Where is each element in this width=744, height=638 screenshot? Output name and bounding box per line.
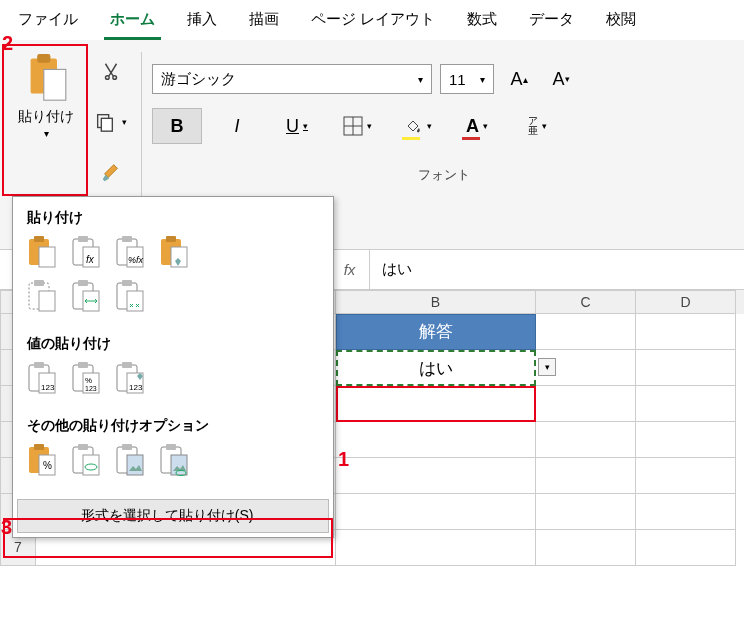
paste-formulas-number-icon[interactable]: %fx [115,235,145,273]
svg-text:fx: fx [86,254,95,265]
fx-icon[interactable]: fx [330,250,370,289]
paste-transpose-icon[interactable] [115,279,145,317]
svg-text:123: 123 [41,383,55,392]
chevron-down-icon: ▾ [44,128,49,139]
paste-source-formatting-icon[interactable] [159,235,189,273]
cell[interactable] [536,494,636,530]
bold-button[interactable]: B [152,108,202,144]
paste-label: 貼り付け [18,108,74,126]
paste-all-icon[interactable] [27,235,57,273]
tab-review[interactable]: 校閲 [600,6,642,40]
cell[interactable] [536,386,636,422]
annotation-3: 3 [1,516,12,539]
svg-rect-54 [127,455,143,475]
cell-b-selected[interactable] [336,386,536,422]
cut-button[interactable] [100,54,122,90]
cell[interactable] [536,530,636,566]
svg-rect-36 [78,362,88,368]
svg-text:%: % [43,460,52,471]
svg-rect-45 [34,444,44,450]
svg-rect-4 [101,118,112,131]
svg-rect-10 [39,247,55,267]
phonetic-button[interactable]: ア亜▾ [512,108,562,144]
svg-rect-12 [78,236,88,242]
underline-button[interactable]: U▾ [272,108,322,144]
paste-icon [24,54,68,102]
cell[interactable] [636,350,736,386]
decrease-font-button[interactable]: A▾ [544,64,578,94]
cell[interactable] [536,422,636,458]
paste-values-number-icon[interactable]: %123 [71,361,101,399]
copy-button[interactable]: ▾ [94,104,127,140]
tab-insert[interactable]: 挿入 [181,6,223,40]
border-button[interactable]: ▾ [332,108,382,144]
svg-rect-30 [127,291,143,311]
cell[interactable] [636,530,736,566]
tab-home[interactable]: ホーム [104,6,161,40]
font-name-select[interactable]: 游ゴシック▾ [152,64,432,94]
svg-rect-29 [122,280,132,286]
paste-options-menu: 貼り付け fx %fx 値の貼り付け 123 %123 123 その他の貼り付け… [12,196,334,538]
svg-rect-2 [44,69,66,100]
paste-values-format-icon[interactable]: 123 [115,361,145,399]
paste-special-menu-item[interactable]: 形式を選択して貼り付け(S)... [17,499,329,533]
svg-rect-49 [78,444,88,450]
svg-rect-50 [83,455,99,475]
paste-values-section-title: 値の貼り付け [27,335,319,353]
paste-other-section-title: その他の貼り付けオプション [27,417,319,435]
cell[interactable] [636,458,736,494]
cell-b-value[interactable]: はい▾ [336,350,536,386]
svg-rect-32 [34,362,44,368]
font-color-button[interactable]: A▾ [452,108,502,144]
cell[interactable] [536,458,636,494]
font-size-select[interactable]: 11▾ [440,64,494,94]
cell[interactable] [636,386,736,422]
tab-file[interactable]: ファイル [12,6,84,40]
tab-page-layout[interactable]: ページ レイアウト [305,6,441,40]
paste-formatting-icon[interactable]: % [27,443,57,481]
col-header-c[interactable]: C [536,290,636,314]
paste-column-width-icon[interactable] [71,279,101,317]
svg-rect-9 [34,236,44,242]
paste-no-borders-icon[interactable] [27,279,57,317]
svg-rect-41 [122,362,132,368]
tab-data[interactable]: データ [523,6,580,40]
svg-rect-20 [166,236,176,242]
paste-section-title: 貼り付け [27,209,319,227]
svg-rect-16 [122,236,132,242]
cell[interactable] [336,458,536,494]
annotation-2: 2 [2,32,13,55]
svg-text:123: 123 [85,385,97,392]
col-header-d[interactable]: D [636,290,736,314]
cell-b-header[interactable]: 解答 [336,314,536,350]
cell[interactable] [536,314,636,350]
formula-input[interactable]: はい [370,260,424,279]
format-painter-button[interactable] [100,154,122,190]
ribbon-tabs: ファイル ホーム 挿入 描画 ページ レイアウト 数式 データ 校閲 [0,0,744,40]
svg-text:%fx: %fx [128,255,144,265]
paste-formulas-icon[interactable]: fx [71,235,101,273]
paste-values-icon[interactable]: 123 [27,361,57,399]
tab-draw[interactable]: 描画 [243,6,285,40]
svg-rect-23 [34,280,44,286]
fill-color-button[interactable]: ▾ [392,108,442,144]
tab-formula[interactable]: 数式 [461,6,503,40]
svg-rect-53 [122,444,132,450]
svg-rect-56 [166,444,176,450]
cell[interactable] [336,530,536,566]
paste-picture-icon[interactable] [115,443,145,481]
col-header-b[interactable]: B [336,290,536,314]
data-validation-dropdown-icon[interactable]: ▾ [538,358,556,376]
cell[interactable] [336,494,536,530]
increase-font-button[interactable]: A▴ [502,64,536,94]
paste-linked-picture-icon[interactable] [159,443,189,481]
cell[interactable] [336,422,536,458]
cell[interactable] [636,494,736,530]
svg-text:123: 123 [129,383,143,392]
italic-button[interactable]: I [212,108,262,144]
svg-rect-57 [171,455,187,475]
cell[interactable] [636,422,736,458]
paste-link-icon[interactable] [71,443,101,481]
font-group-label: フォント [152,166,736,184]
cell[interactable] [636,314,736,350]
